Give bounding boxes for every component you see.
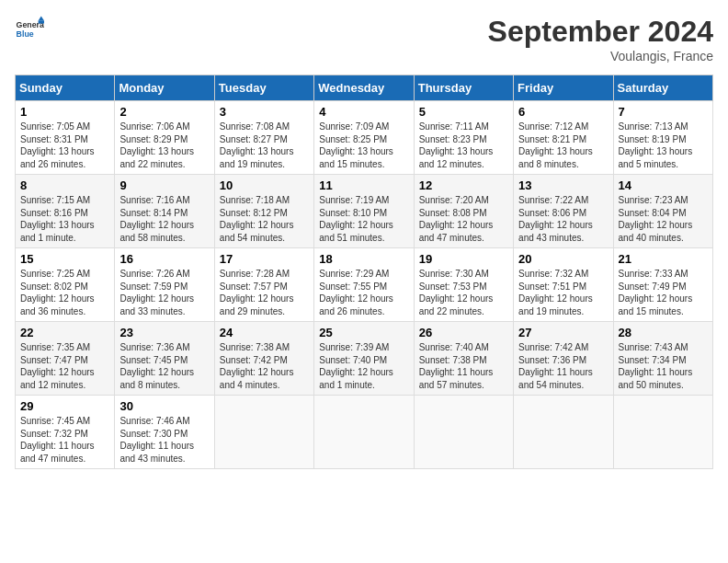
day-info: Sunrise: 7:06 AM Sunset: 8:29 PM Dayligh… bbox=[119, 121, 209, 170]
day-info: Sunrise: 7:13 AM Sunset: 8:19 PM Dayligh… bbox=[619, 121, 708, 170]
calendar-header-row: SundayMondayTuesdayWednesdayThursdayFrid… bbox=[16, 75, 713, 101]
day-number: 28 bbox=[619, 326, 708, 339]
calendar-day-cell: 10Sunrise: 7:18 AM Sunset: 8:12 PM Dayli… bbox=[214, 175, 313, 248]
day-info: Sunrise: 7:43 AM Sunset: 7:34 PM Dayligh… bbox=[619, 341, 708, 391]
day-number: 27 bbox=[518, 326, 608, 339]
day-number: 15 bbox=[20, 252, 109, 266]
calendar-day-cell: 11Sunrise: 7:19 AM Sunset: 8:10 PM Dayli… bbox=[314, 175, 414, 248]
calendar-day-cell: 17Sunrise: 7:28 AM Sunset: 7:57 PM Dayli… bbox=[214, 248, 313, 322]
day-number: 29 bbox=[20, 399, 109, 413]
calendar-day-cell: 18Sunrise: 7:29 AM Sunset: 7:55 PM Dayli… bbox=[314, 248, 414, 322]
day-number: 17 bbox=[220, 252, 309, 266]
day-info: Sunrise: 7:35 AM Sunset: 7:47 PM Dayligh… bbox=[20, 341, 109, 391]
calendar-day-cell: 4Sunrise: 7:09 AM Sunset: 8:25 PM Daylig… bbox=[314, 101, 414, 175]
day-info: Sunrise: 7:26 AM Sunset: 7:59 PM Dayligh… bbox=[119, 268, 209, 317]
day-number: 24 bbox=[220, 326, 309, 339]
day-of-week-header: Thursday bbox=[414, 75, 513, 101]
calendar-day-cell bbox=[514, 396, 613, 469]
svg-marker-2 bbox=[39, 17, 44, 21]
calendar-day-cell: 3Sunrise: 7:08 AM Sunset: 8:27 PM Daylig… bbox=[214, 101, 313, 175]
day-number: 12 bbox=[419, 178, 508, 192]
day-number: 11 bbox=[319, 178, 408, 192]
day-number: 23 bbox=[119, 326, 209, 339]
day-info: Sunrise: 7:30 AM Sunset: 7:53 PM Dayligh… bbox=[419, 268, 508, 317]
calendar-day-cell: 19Sunrise: 7:30 AM Sunset: 7:53 PM Dayli… bbox=[414, 248, 513, 322]
svg-text:Blue: Blue bbox=[17, 29, 34, 39]
calendar-day-cell: 8Sunrise: 7:15 AM Sunset: 8:16 PM Daylig… bbox=[16, 175, 115, 248]
day-number: 2 bbox=[119, 105, 209, 119]
calendar-day-cell: 15Sunrise: 7:25 AM Sunset: 8:02 PM Dayli… bbox=[16, 248, 115, 322]
day-info: Sunrise: 7:40 AM Sunset: 7:38 PM Dayligh… bbox=[419, 341, 508, 391]
page-header: General Blue September 2024 Voulangis, F… bbox=[15, 15, 713, 63]
calendar-day-cell: 13Sunrise: 7:22 AM Sunset: 8:06 PM Dayli… bbox=[514, 175, 613, 248]
day-info: Sunrise: 7:42 AM Sunset: 7:36 PM Dayligh… bbox=[518, 341, 608, 391]
day-info: Sunrise: 7:15 AM Sunset: 8:16 PM Dayligh… bbox=[20, 194, 109, 244]
day-number: 3 bbox=[220, 105, 309, 119]
calendar-day-cell: 27Sunrise: 7:42 AM Sunset: 7:36 PM Dayli… bbox=[514, 322, 613, 396]
logo-icon: General Blue bbox=[15, 15, 44, 44]
day-info: Sunrise: 7:12 AM Sunset: 8:21 PM Dayligh… bbox=[518, 121, 608, 170]
calendar-day-cell: 12Sunrise: 7:20 AM Sunset: 8:08 PM Dayli… bbox=[414, 175, 513, 248]
day-info: Sunrise: 7:19 AM Sunset: 8:10 PM Dayligh… bbox=[319, 194, 408, 244]
day-info: Sunrise: 7:39 AM Sunset: 7:40 PM Dayligh… bbox=[319, 341, 408, 391]
day-number: 19 bbox=[419, 252, 508, 266]
day-number: 21 bbox=[619, 252, 708, 266]
day-number: 30 bbox=[119, 399, 209, 413]
day-number: 13 bbox=[518, 178, 608, 192]
day-info: Sunrise: 7:18 AM Sunset: 8:12 PM Dayligh… bbox=[220, 194, 309, 244]
calendar-day-cell: 16Sunrise: 7:26 AM Sunset: 7:59 PM Dayli… bbox=[115, 248, 214, 322]
day-of-week-header: Saturday bbox=[613, 75, 712, 101]
day-info: Sunrise: 7:33 AM Sunset: 7:49 PM Dayligh… bbox=[619, 268, 708, 317]
day-number: 10 bbox=[220, 178, 309, 192]
day-number: 22 bbox=[20, 326, 109, 339]
day-info: Sunrise: 7:38 AM Sunset: 7:42 PM Dayligh… bbox=[220, 341, 309, 391]
day-of-week-header: Monday bbox=[115, 75, 214, 101]
day-number: 14 bbox=[619, 178, 708, 192]
calendar-day-cell: 21Sunrise: 7:33 AM Sunset: 7:49 PM Dayli… bbox=[613, 248, 712, 322]
calendar-day-cell bbox=[414, 396, 513, 469]
calendar-day-cell: 7Sunrise: 7:13 AM Sunset: 8:19 PM Daylig… bbox=[613, 101, 712, 175]
day-number: 5 bbox=[419, 105, 508, 119]
day-number: 1 bbox=[20, 105, 109, 119]
calendar-day-cell: 25Sunrise: 7:39 AM Sunset: 7:40 PM Dayli… bbox=[314, 322, 414, 396]
logo: General Blue bbox=[15, 15, 44, 44]
day-of-week-header: Sunday bbox=[16, 75, 115, 101]
calendar-day-cell: 5Sunrise: 7:11 AM Sunset: 8:23 PM Daylig… bbox=[414, 101, 513, 175]
day-number: 7 bbox=[619, 105, 708, 119]
calendar-day-cell: 14Sunrise: 7:23 AM Sunset: 8:04 PM Dayli… bbox=[613, 175, 712, 248]
day-info: Sunrise: 7:29 AM Sunset: 7:55 PM Dayligh… bbox=[319, 268, 408, 317]
calendar-day-cell: 9Sunrise: 7:16 AM Sunset: 8:14 PM Daylig… bbox=[115, 175, 214, 248]
calendar-day-cell: 6Sunrise: 7:12 AM Sunset: 8:21 PM Daylig… bbox=[514, 101, 613, 175]
calendar-day-cell bbox=[314, 396, 414, 469]
calendar-day-cell bbox=[214, 396, 313, 469]
svg-marker-3 bbox=[39, 20, 44, 23]
calendar-day-cell: 20Sunrise: 7:32 AM Sunset: 7:51 PM Dayli… bbox=[514, 248, 613, 322]
day-of-week-header: Tuesday bbox=[214, 75, 313, 101]
calendar-week-row: 29Sunrise: 7:45 AM Sunset: 7:32 PM Dayli… bbox=[16, 396, 713, 469]
location: Voulangis, France bbox=[488, 49, 713, 63]
day-info: Sunrise: 7:25 AM Sunset: 8:02 PM Dayligh… bbox=[20, 268, 109, 317]
calendar-week-row: 8Sunrise: 7:15 AM Sunset: 8:16 PM Daylig… bbox=[16, 175, 713, 248]
day-info: Sunrise: 7:05 AM Sunset: 8:31 PM Dayligh… bbox=[20, 121, 109, 170]
day-info: Sunrise: 7:46 AM Sunset: 7:30 PM Dayligh… bbox=[119, 415, 209, 465]
day-number: 6 bbox=[518, 105, 608, 119]
day-number: 9 bbox=[119, 178, 209, 192]
day-info: Sunrise: 7:36 AM Sunset: 7:45 PM Dayligh… bbox=[119, 341, 209, 391]
day-number: 8 bbox=[20, 178, 109, 192]
calendar-day-cell: 30Sunrise: 7:46 AM Sunset: 7:30 PM Dayli… bbox=[115, 396, 214, 469]
day-info: Sunrise: 7:23 AM Sunset: 8:04 PM Dayligh… bbox=[619, 194, 708, 244]
calendar-day-cell: 29Sunrise: 7:45 AM Sunset: 7:32 PM Dayli… bbox=[16, 396, 115, 469]
day-info: Sunrise: 7:16 AM Sunset: 8:14 PM Dayligh… bbox=[119, 194, 209, 244]
day-number: 26 bbox=[419, 326, 508, 339]
calendar-day-cell: 2Sunrise: 7:06 AM Sunset: 8:29 PM Daylig… bbox=[115, 101, 214, 175]
calendar-day-cell bbox=[613, 396, 712, 469]
day-of-week-header: Friday bbox=[514, 75, 613, 101]
calendar-day-cell: 26Sunrise: 7:40 AM Sunset: 7:38 PM Dayli… bbox=[414, 322, 513, 396]
calendar-table: SundayMondayTuesdayWednesdayThursdayFrid… bbox=[15, 75, 713, 469]
calendar-day-cell: 22Sunrise: 7:35 AM Sunset: 7:47 PM Dayli… bbox=[16, 322, 115, 396]
day-of-week-header: Wednesday bbox=[314, 75, 414, 101]
day-info: Sunrise: 7:08 AM Sunset: 8:27 PM Dayligh… bbox=[220, 121, 309, 170]
day-info: Sunrise: 7:22 AM Sunset: 8:06 PM Dayligh… bbox=[518, 194, 608, 244]
calendar-week-row: 22Sunrise: 7:35 AM Sunset: 7:47 PM Dayli… bbox=[16, 322, 713, 396]
calendar-day-cell: 28Sunrise: 7:43 AM Sunset: 7:34 PM Dayli… bbox=[613, 322, 712, 396]
